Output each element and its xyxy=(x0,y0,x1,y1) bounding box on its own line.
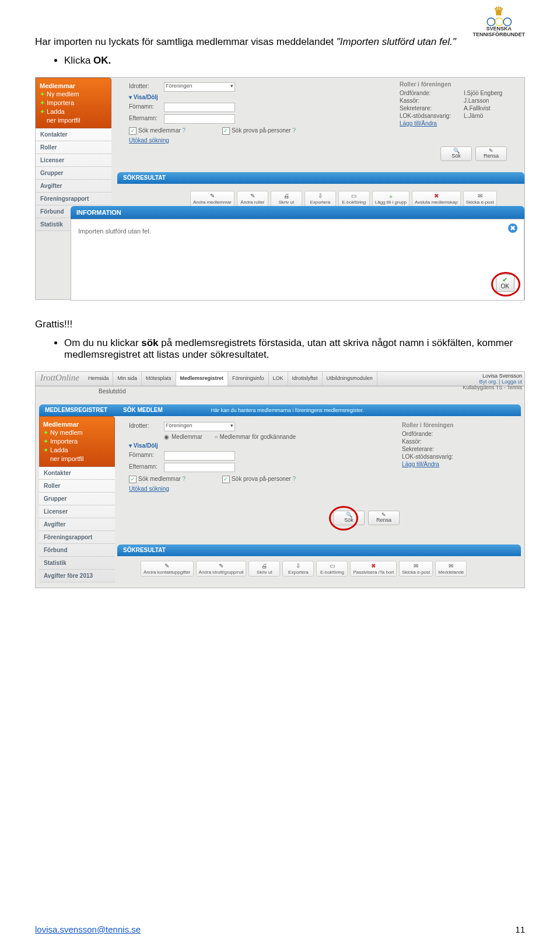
tab[interactable]: Föreningsinfo xyxy=(228,372,269,386)
sidebar-orange: Medlemmar ✦ Ny medlem ✦ Importera ✦ Ladd… xyxy=(39,416,115,467)
tb-skriv[interactable]: 🖨Skriv ut xyxy=(271,191,302,207)
sidebar-item[interactable]: Föreningsrapport xyxy=(36,193,111,205)
sidebar-item[interactable]: Avgifter före 2013 xyxy=(39,570,115,582)
tab[interactable]: Mötesplats xyxy=(142,372,176,386)
sidebar-item: ner importfil xyxy=(43,455,111,463)
tab[interactable]: Hemsida xyxy=(84,372,114,386)
logo-text: SVENSKA TENNISFÖRBUNDET xyxy=(473,26,526,37)
brush-icon: ✎ xyxy=(489,148,494,153)
efternamn-input[interactable] xyxy=(164,463,235,472)
sidebar-item: ner importfil xyxy=(40,116,107,124)
sidebar-item[interactable]: Kontakter xyxy=(39,467,115,480)
information-bar: INFORMATION xyxy=(71,206,524,219)
brand-logo: IrottOnline xyxy=(36,372,84,386)
sidebar-item[interactable]: ✦ Importera xyxy=(43,437,111,446)
sidebar-item[interactable]: Föreningsrapport xyxy=(39,531,115,544)
sidebar-item[interactable]: ✦ Ny medlem xyxy=(40,90,107,99)
efternamn-input[interactable] xyxy=(164,114,235,124)
sidebar-item[interactable]: ✦ Ny medlem xyxy=(43,428,111,437)
sidebar-item[interactable]: Förbund xyxy=(39,544,115,557)
tb-andra-roller[interactable]: ✎Ändra roller xyxy=(237,191,268,207)
tb-avsluta[interactable]: ✖Avsluta medlemskap xyxy=(412,191,461,207)
user-links[interactable]: Byt org. | Logga ut xyxy=(463,379,522,385)
lagg-till-link[interactable]: Lägg till/Ändra xyxy=(402,461,507,467)
rensa-button[interactable]: ✎Rensa xyxy=(475,146,507,161)
red-highlight xyxy=(491,272,520,296)
tb-ebok[interactable]: ▭E-bokföring xyxy=(338,191,370,207)
footer-email[interactable]: lovisa.svensson@tennis.se xyxy=(35,924,141,934)
tb-andra-medl[interactable]: ✎Ändra medlemmar xyxy=(190,191,235,207)
fornamn-input[interactable] xyxy=(164,103,235,112)
tab[interactable]: LOK xyxy=(269,372,288,386)
utokad-link[interactable]: Utökad sökning xyxy=(129,137,296,144)
intro-paragraph: Har importen nu lyckats för samtliga med… xyxy=(35,35,525,49)
sidebar-item[interactable]: Kontakter xyxy=(36,128,111,141)
sok-medlemmar-check[interactable]: ✓ xyxy=(129,127,136,135)
sidebar-item[interactable]: Avgifter xyxy=(39,518,115,531)
tb-kontakt[interactable]: ✎Ändra kontaktuppgifter xyxy=(141,561,194,577)
sidebar-item[interactable]: ✦ Ladda xyxy=(40,107,107,116)
tb-export[interactable]: ⇩Exportera xyxy=(304,191,336,207)
sok-prova-check[interactable]: ✓ xyxy=(222,127,230,135)
tab[interactable]: Min sida xyxy=(113,372,142,386)
sokresultat-header: SÖKRESULTAT xyxy=(117,544,521,556)
information-box: ✖ Importen slutförd utan fel. ✔OK xyxy=(71,219,524,301)
sidebar-item[interactable]: ✦ Ladda xyxy=(43,446,111,455)
sidebar-item[interactable]: Licenser xyxy=(39,505,115,518)
tab[interactable]: Idrottslyftet xyxy=(288,372,323,386)
sidebar-item[interactable]: Roller xyxy=(39,480,115,493)
sidebar-item[interactable]: Grupper xyxy=(36,167,111,180)
tb-epost[interactable]: ✉Skicka e-post xyxy=(399,561,433,577)
red-highlight xyxy=(329,506,358,530)
sidebar-grey: Kontakter Roller Grupper Licenser Avgift… xyxy=(39,467,115,582)
brush-icon: ✎ xyxy=(382,512,386,518)
tab-active[interactable]: Medlemsregistret xyxy=(176,372,229,386)
sidebar-item[interactable]: Statistik xyxy=(39,557,115,570)
sidebar-item[interactable]: Roller xyxy=(36,141,111,154)
crown-icon: ♛ xyxy=(473,6,526,16)
tb-skriv[interactable]: 🖨Skriv ut xyxy=(249,561,280,577)
grattis-text: Grattis!!! xyxy=(35,317,525,331)
idrotter-select[interactable]: Föreningen xyxy=(164,422,235,431)
tb-lagg[interactable]: ＋Lägg till i grupp xyxy=(372,191,410,207)
screenshot-2: IrottOnline Hemsida Min sida Mötesplats … xyxy=(35,371,525,588)
hdr-mid: SÖK MEDLEM Här kan du hantera medlemmarn… xyxy=(117,404,521,416)
tb-export[interactable]: ⇩Exportera xyxy=(282,561,314,577)
lagg-till-link[interactable]: Lägg till/Ändra xyxy=(400,120,516,127)
utokad-link[interactable]: Utökad sökning xyxy=(129,486,296,492)
user-info: Lovisa Svensson Byt org. | Logga ut Kull… xyxy=(463,373,522,390)
sok-prova-check[interactable]: ✓ xyxy=(222,476,230,483)
close-icon[interactable]: ✖ xyxy=(508,223,518,233)
search-icon: 🔍 xyxy=(453,148,460,153)
sokresultat-header: SÖKRESULTAT xyxy=(117,172,524,184)
tb-idrott[interactable]: ✎Ändra idrott/grupp/roll xyxy=(196,561,247,577)
page-number: 11 xyxy=(515,924,525,934)
screenshot-1: Medlemmar ✦ Ny medlem ✦ Importera ✦ Ladd… xyxy=(35,77,525,300)
sidebar-item[interactable]: ✦ Importera xyxy=(40,99,107,107)
rings-icon: ◯◯◯ xyxy=(473,16,526,26)
hdr-left: MEDLEMSREGISTRET xyxy=(39,404,124,416)
intro-bullet: Klicka OK. xyxy=(64,55,525,67)
sidebar-orange: Medlemmar ✦ Ny medlem ✦ Importera ✦ Ladd… xyxy=(36,78,111,128)
tb-ebok[interactable]: ▭E-bokföring xyxy=(316,561,348,577)
sidebar-item[interactable]: Grupper xyxy=(39,493,115,505)
sidebar-item[interactable]: Avgifter xyxy=(36,180,111,193)
sidebar-item[interactable]: Licenser xyxy=(36,154,111,167)
sok-medlemmar-check[interactable]: ✓ xyxy=(129,476,136,483)
mid-bullet: Om du nu klickar sök på medlemsregistret… xyxy=(64,337,525,361)
idrotter-select[interactable]: Föreningen xyxy=(164,82,235,92)
subtab[interactable]: Beslutstöd xyxy=(94,386,131,397)
tab[interactable]: Utbildningsmodulen xyxy=(323,372,377,386)
rensa-button[interactable]: ✎Rensa xyxy=(368,511,400,525)
sok-button[interactable]: 🔍Sök xyxy=(440,146,472,161)
tb-passiv[interactable]: ✖Passivisera /Ta bort xyxy=(350,561,397,577)
tb-epost[interactable]: ✉Skicka e-post xyxy=(463,191,497,207)
tennis-logo: ♛ ◯◯◯ SVENSKA TENNISFÖRBUNDET xyxy=(473,6,526,37)
tb-medd[interactable]: ✉Meddelande xyxy=(435,561,467,577)
fornamn-input[interactable] xyxy=(164,451,235,460)
